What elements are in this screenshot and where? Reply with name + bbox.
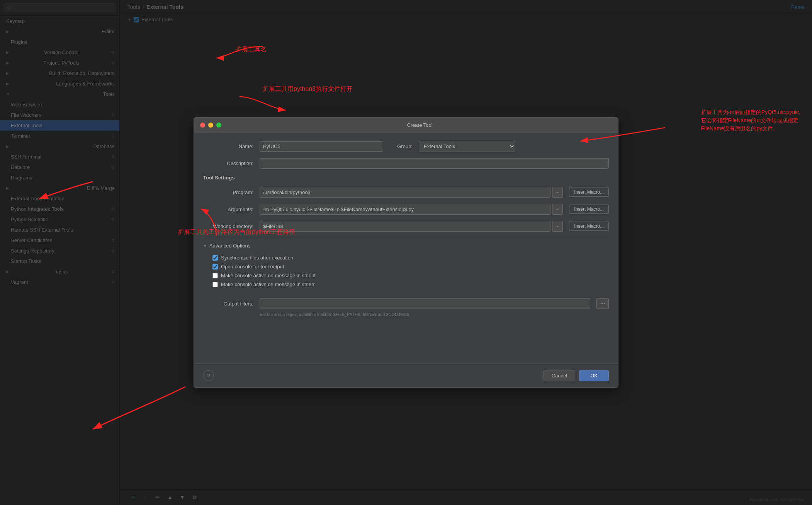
advanced-options-section: ▼ Advanced Options Synchronize files aft… [203,238,609,289]
minimize-button[interactable] [208,123,213,128]
console-stderr-label: Make console active on message in stderr [221,282,315,287]
modal-body: Name: Group: External Tools Description:… [194,133,618,363]
description-row: Description: [203,158,609,169]
traffic-lights [200,123,221,128]
advanced-options-toggle[interactable]: ▼ Advanced Options [203,243,609,249]
working-dir-input[interactable] [260,221,550,232]
console-stderr-row: Make console active on message in stderr [203,280,609,289]
working-dir-browse-button[interactable]: ⋯ [552,221,563,232]
console-stdout-row: Make console active on message in stdout [203,271,609,280]
ok-button[interactable]: OK [579,370,609,381]
open-console-row: Open console for tool output [203,262,609,271]
program-input-wrapper: ⋯ [260,187,563,198]
output-filters-section: Output filters: ⋯ Each line is a regex, … [203,298,609,317]
sync-files-checkbox[interactable] [212,255,218,261]
advanced-options-label: Advanced Options [209,243,250,249]
output-help-text: Each line is a regex, available macros: … [203,312,609,317]
working-dir-input-wrapper: ⋯ [260,221,563,232]
program-insert-macro-button[interactable]: Insert Macro... [569,188,609,197]
open-console-checkbox[interactable] [212,264,218,270]
arguments-label: Arguments: [203,206,253,212]
sync-files-row: Synchronize files after execution [203,253,609,262]
working-dir-label: Working directory: [203,223,253,229]
program-input[interactable] [260,187,550,198]
console-stdout-checkbox[interactable] [212,273,218,278]
description-label: Description: [203,160,253,166]
description-input[interactable] [260,158,609,169]
output-filters-input[interactable] [260,298,590,309]
modal-titlebar: Create Tool [194,118,618,133]
name-group-row: Name: Group: External Tools [203,141,609,152]
modal-title: Create Tool [228,122,612,128]
group-select[interactable]: External Tools [419,141,515,152]
create-tool-modal: Create Tool Name: Group: External Tools … [194,117,618,388]
working-dir-insert-macro-button[interactable]: Insert Macro... [569,222,609,231]
advanced-arrow-icon: ▼ [203,244,207,248]
tool-settings-section: Tool Settings [203,175,609,181]
modal-footer: ? Cancel OK [194,363,618,387]
program-label: Program: [203,189,253,195]
tool-settings-label: Tool Settings [203,175,234,181]
working-dir-row: Working directory: ⋯ Insert Macro... [203,221,609,232]
arguments-row: Arguments: ⋯ Insert Macro... [203,204,609,215]
arguments-browse-button[interactable]: ⋯ [552,204,563,215]
output-filters-button[interactable]: ⋯ [596,298,609,309]
sync-files-label: Synchronize files after execution [221,255,293,261]
open-console-label: Open console for tool output [221,264,284,270]
arguments-input[interactable] [260,204,550,215]
close-button[interactable] [200,123,205,128]
cancel-button[interactable]: Cancel [544,370,575,381]
console-stdout-label: Make console active on message in stdout [221,273,316,278]
modal-overlay: Create Tool Name: Group: External Tools … [0,0,812,505]
output-filters-row: Output filters: ⋯ [203,298,609,309]
group-label: Group: [389,143,413,149]
name-input[interactable] [260,141,383,152]
output-filters-label: Output filters: [203,301,253,307]
arguments-input-wrapper: ⋯ [260,204,563,215]
help-button[interactable]: ? [203,370,214,381]
arguments-insert-macro-button[interactable]: Insert Macro... [569,205,609,214]
name-label: Name: [203,143,253,149]
program-row: Program: ⋯ Insert Macro... [203,187,609,198]
program-browse-button[interactable]: ⋯ [552,187,563,198]
console-stderr-checkbox[interactable] [212,282,218,287]
maximize-button[interactable] [216,123,221,128]
